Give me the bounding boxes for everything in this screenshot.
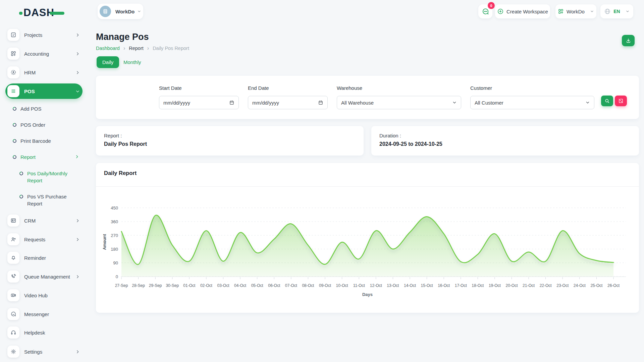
end-date-input[interactable]: mm/dd/yyyy <box>248 96 328 109</box>
bullet-icon <box>12 122 17 128</box>
logo-wordmark: DASH <box>23 7 54 18</box>
bullet-icon <box>12 106 17 112</box>
tab-daily[interactable]: Daily <box>97 56 119 68</box>
svg-text:05-Oct: 05-Oct <box>251 283 264 288</box>
bullet-icon <box>19 194 24 199</box>
app-logo: DASH <box>23 7 54 18</box>
sidebar-item-pos[interactable]: POS <box>5 83 83 99</box>
sidebar-item-pos-daily-monthly-report[interactable]: Pos Daily/Monthly Report <box>5 170 83 184</box>
user-plus-icon <box>7 233 19 245</box>
end-date-label: End Date <box>248 85 269 91</box>
chevron-down-icon <box>137 9 141 13</box>
language-code: EN <box>613 9 620 14</box>
svg-text:02-Oct: 02-Oct <box>200 283 213 288</box>
video-camera-icon <box>7 289 19 301</box>
svg-text:17-Oct: 17-Oct <box>455 283 467 288</box>
svg-text:29-Sep: 29-Sep <box>149 283 162 288</box>
start-date-input[interactable]: mm/dd/yyyy <box>159 96 239 109</box>
svg-text:28-Sep: 28-Sep <box>132 283 145 288</box>
tab-monthly[interactable]: Monthly <box>123 59 141 65</box>
daily-report-card: Daily Report 09018027036045027-Sep28-Sep… <box>96 163 639 313</box>
logo-dot-icon <box>19 12 22 15</box>
daily-report-area-chart: 09018027036045027-Sep28-Sep29-Sep30-Sep0… <box>96 186 639 313</box>
sidebar-item-crm[interactable]: CRM <box>5 213 83 228</box>
svg-text:23-Oct: 23-Oct <box>556 283 569 288</box>
sidebar-item-video-hub[interactable]: Video Hub <box>5 288 83 303</box>
duration-label: Duration : <box>379 133 401 138</box>
sidebar-item-queue-management[interactable]: Queue Management <box>5 269 83 284</box>
sidebar-item-add-pos[interactable]: Add POS <box>5 105 83 112</box>
duration-value: 2024-09-25 to 2024-10-25 <box>379 141 442 147</box>
page-title: Manage Pos <box>96 32 149 42</box>
sidebar-item-projects[interactable]: Projects <box>5 27 83 42</box>
dots-grid-icon <box>7 85 19 97</box>
workdo-menu-button[interactable]: WorkDo <box>555 4 596 18</box>
svg-text:26-Oct: 26-Oct <box>607 283 620 288</box>
customer-select[interactable]: All Customer <box>470 96 594 109</box>
search-button[interactable] <box>601 96 613 106</box>
search-icon <box>604 98 610 104</box>
sidebar-item-reminder[interactable]: Reminder <box>5 250 83 265</box>
sidebar-item-pos-vs-purchase-report[interactable]: Pos VS Purchase Report <box>5 193 83 207</box>
chevron-right-icon <box>75 70 80 75</box>
customer-label: Customer <box>470 85 492 91</box>
calendar-icon <box>318 100 323 105</box>
chevron-right-icon <box>75 275 80 279</box>
breadcrumb-separator: › <box>147 46 149 51</box>
svg-text:03-Oct: 03-Oct <box>217 283 230 288</box>
chevron-right-icon <box>75 219 80 223</box>
sidebar-item-pos-order[interactable]: POS Order <box>5 121 83 128</box>
chevron-right-icon <box>75 52 80 56</box>
breadcrumb-current: Daily Pos Report <box>153 46 189 51</box>
report-info-card: Report : Daily Pos Report <box>96 126 364 156</box>
svg-text:14-Oct: 14-Oct <box>404 283 416 288</box>
svg-text:21-Oct: 21-Oct <box>523 283 535 288</box>
create-workspace-button[interactable]: Create Workspace <box>495 4 550 18</box>
svg-text:22-Oct: 22-Oct <box>540 283 552 288</box>
svg-text:20-Oct: 20-Oct <box>505 283 518 288</box>
warehouse-select[interactable]: All Warehouse <box>337 96 461 109</box>
sidebar-item-report[interactable]: Report <box>5 154 83 161</box>
squares-plus-icon <box>7 48 19 60</box>
chevron-down-icon <box>590 9 594 13</box>
bullet-icon <box>19 171 24 176</box>
workspace-avatar <box>100 6 111 17</box>
chevron-down-icon <box>626 9 630 13</box>
workspace-switcher[interactable]: WorkDo <box>98 4 143 19</box>
svg-text:180: 180 <box>111 247 118 252</box>
sidebar-item-requests[interactable]: Requests <box>5 232 83 247</box>
messages-button[interactable]: 0 <box>478 4 492 18</box>
start-date-label: Start Date <box>159 85 182 91</box>
sidebar-item-settings[interactable]: Settings <box>5 344 83 359</box>
sidebar-item-print-barcode[interactable]: Print Barcode <box>5 137 83 144</box>
breadcrumb-dashboard-link[interactable]: Dashboard <box>96 46 120 51</box>
create-workspace-label: Create Workspace <box>506 9 548 14</box>
language-selector[interactable]: EN <box>600 4 633 18</box>
svg-text:25-Oct: 25-Oct <box>590 283 603 288</box>
logo-dash-icon <box>50 12 64 15</box>
chevron-right-icon <box>75 155 79 159</box>
bullet-icon <box>12 138 17 144</box>
chevron-down-icon <box>75 89 80 94</box>
sidebar-item-hrm[interactable]: HRM <box>5 65 83 80</box>
svg-text:30-Sep: 30-Sep <box>166 283 179 288</box>
gear-icon <box>7 346 19 358</box>
svg-text:Amount: Amount <box>102 234 107 250</box>
svg-text:04-Oct: 04-Oct <box>234 283 247 288</box>
svg-text:13-Oct: 13-Oct <box>387 283 399 288</box>
chevron-right-icon <box>75 350 80 354</box>
phone-icon <box>7 270 19 283</box>
messages-count-badge: 0 <box>488 2 495 9</box>
svg-text:10-Oct: 10-Oct <box>336 283 348 288</box>
reset-filter-button[interactable] <box>615 96 627 106</box>
download-icon <box>626 38 631 44</box>
sidebar-item-accounting[interactable]: Accounting <box>5 46 83 61</box>
sidebar-item-messenger[interactable]: Messenger <box>5 307 83 321</box>
breadcrumb-separator: › <box>123 46 125 51</box>
bell-icon <box>7 252 19 264</box>
download-report-button[interactable] <box>622 35 635 46</box>
svg-text:15-Oct: 15-Oct <box>421 283 433 288</box>
breadcrumb-report-link[interactable]: Report <box>129 46 144 51</box>
check-square-icon <box>7 29 19 41</box>
sidebar-item-helpdesk[interactable]: Helpdesk <box>5 325 83 340</box>
